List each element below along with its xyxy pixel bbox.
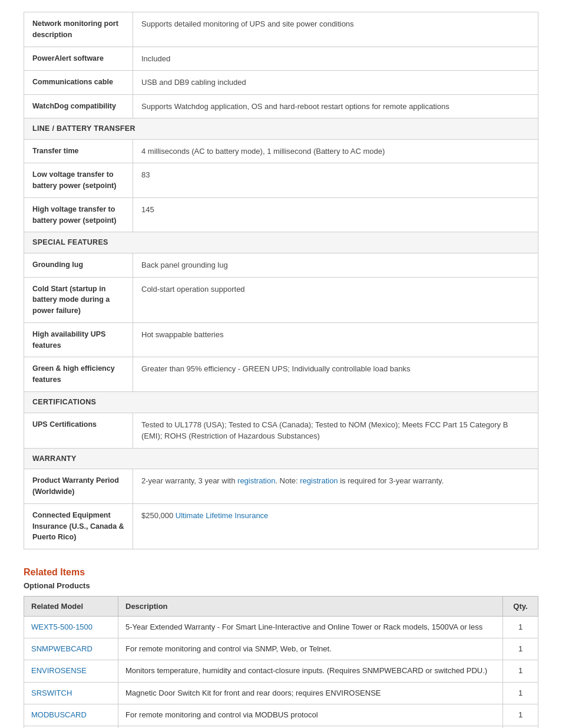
spec-value: USB and DB9 cabling included xyxy=(133,71,538,95)
spec-label: Network monitoring port description xyxy=(24,12,133,47)
spec-row: Connected Equipment Insurance (U.S., Can… xyxy=(24,503,538,549)
spec-row: Network monitoring port descriptionSuppo… xyxy=(24,12,538,47)
spec-label: Cold Start (startup in battery mode duri… xyxy=(24,277,133,322)
related-model-link[interactable]: SNMPWEBCARD xyxy=(31,644,92,653)
related-model-cell[interactable]: WEXT5-500-1500 xyxy=(24,617,118,638)
spec-value[interactable]: 2-year warranty, 3 year with registratio… xyxy=(133,469,538,504)
spec-label: WatchDog compatibility xyxy=(24,94,133,118)
related-table-row: ENVIROSENSEMonitors temperature, humidit… xyxy=(24,660,538,682)
spec-row: PowerAlert softwareIncluded xyxy=(24,47,538,71)
related-qty-cell: 1 xyxy=(503,660,538,682)
related-description-cell: Magnetic Door Switch Kit for front and r… xyxy=(118,682,503,704)
related-table: Related Model Description Qty. WEXT5-500… xyxy=(24,596,538,728)
related-table-row: WEXT5-500-15005-Year Extended Warranty -… xyxy=(24,617,538,638)
related-qty-cell: 1 xyxy=(503,726,538,728)
related-description-cell: Monitors temperature, humidity and conta… xyxy=(118,660,503,682)
related-model-cell[interactable]: ENVIROSENSE xyxy=(24,660,118,682)
qty-header: Qty. xyxy=(503,597,538,617)
spec-row: Product Warranty Period (Worldwide)2-yea… xyxy=(24,469,538,504)
related-qty-cell: 1 xyxy=(503,704,538,726)
spec-row: Green & high efficiency featuresGreater … xyxy=(24,357,538,392)
spec-value: Tested to UL1778 (USA); Tested to CSA (C… xyxy=(133,413,538,448)
spec-value: Supports detailed monitoring of UPS and … xyxy=(133,12,538,47)
spec-section-header: CERTIFICATIONS xyxy=(24,391,538,413)
spec-row: Transfer time4 milliseconds (AC to batte… xyxy=(24,139,538,163)
spec-row: High voltage transfer to battery power (… xyxy=(24,197,538,232)
spec-label: Grounding lug xyxy=(24,253,133,278)
related-model-header: Related Model xyxy=(24,597,118,617)
spec-row: Communications cableUSB and DB9 cabling … xyxy=(24,71,538,95)
related-table-header-row: Related Model Description Qty. xyxy=(24,597,538,617)
spec-row: WatchDog compatibilitySupports Watchdog … xyxy=(24,94,538,118)
related-items-section: Related Items Optional Products Related … xyxy=(24,567,538,728)
spec-label: Low voltage transfer to battery power (s… xyxy=(24,163,133,198)
related-model-cell[interactable]: SNMPWEBCARD xyxy=(24,638,118,660)
optional-products-label: Optional Products xyxy=(24,581,538,590)
related-qty-cell: 1 xyxy=(503,682,538,704)
spec-row: High availability UPS featuresHot swappa… xyxy=(24,322,538,357)
description-header: Description xyxy=(118,597,503,617)
related-model-link[interactable]: ENVIROSENSE xyxy=(31,666,87,675)
spec-row: UPS CertificationsTested to UL1778 (USA)… xyxy=(24,413,538,448)
spec-value: Greater than 95% efficiency - GREEN UPS;… xyxy=(133,357,538,392)
spec-value: 4 milliseconds (AC to battery mode), 1 m… xyxy=(133,139,538,163)
spec-label: High availability UPS features xyxy=(24,322,133,357)
spec-value: 83 xyxy=(133,163,538,198)
related-model-cell[interactable]: MODBUSCARD xyxy=(24,704,118,726)
spec-value: Supports Watchdog application, OS and ha… xyxy=(133,94,538,118)
related-model-link[interactable]: MODBUSCARD xyxy=(31,710,87,719)
related-description-cell: For remote monitoring and control via MO… xyxy=(118,704,503,726)
related-qty-cell: 1 xyxy=(503,617,538,638)
spec-label: PowerAlert software xyxy=(24,47,133,71)
spec-table: Network monitoring port descriptionSuppo… xyxy=(24,12,538,549)
spec-section-header: WARRANTY xyxy=(24,448,538,469)
related-model-cell[interactable]: 2-9USTAND xyxy=(24,726,118,728)
related-table-row: 2-9USTANDEnables Tower Placement of Rack… xyxy=(24,726,538,728)
related-description-cell: 5-Year Extended Warranty - For Smart Lin… xyxy=(118,617,503,638)
spec-row: Cold Start (startup in battery mode duri… xyxy=(24,277,538,322)
related-description-cell: For remote monitoring and control via SN… xyxy=(118,638,503,660)
spec-value: Hot swappable batteries xyxy=(133,322,538,357)
related-model-link[interactable]: WEXT5-500-1500 xyxy=(31,622,92,631)
related-description-cell: Enables Tower Placement of Rackmount UPS… xyxy=(118,726,503,728)
spec-value: Back panel grounding lug xyxy=(133,253,538,278)
related-table-row: SNMPWEBCARDFor remote monitoring and con… xyxy=(24,638,538,660)
spec-label: Connected Equipment Insurance (U.S., Can… xyxy=(24,503,133,549)
related-qty-cell: 1 xyxy=(503,638,538,660)
spec-label: Product Warranty Period (Worldwide) xyxy=(24,469,133,504)
spec-row: Grounding lugBack panel grounding lug xyxy=(24,253,538,278)
spec-section-header: SPECIAL FEATURES xyxy=(24,232,538,253)
spec-label: Communications cable xyxy=(24,71,133,95)
spec-label: Green & high efficiency features xyxy=(24,357,133,392)
spec-label: Transfer time xyxy=(24,139,133,163)
related-model-link[interactable]: SRSWITCH xyxy=(31,689,72,697)
spec-value: Included xyxy=(133,47,538,71)
spec-section-header: LINE / BATTERY TRANSFER xyxy=(24,118,538,140)
spec-row: Low voltage transfer to battery power (s… xyxy=(24,163,538,198)
spec-value: Cold-start operation supported xyxy=(133,277,538,322)
spec-value: 145 xyxy=(133,197,538,232)
related-model-cell[interactable]: SRSWITCH xyxy=(24,682,118,704)
related-table-row: MODBUSCARDFor remote monitoring and cont… xyxy=(24,704,538,726)
related-items-title: Related Items xyxy=(24,567,538,578)
spec-label: UPS Certifications xyxy=(24,413,133,448)
spec-label: High voltage transfer to battery power (… xyxy=(24,197,133,232)
spec-value[interactable]: $250,000 Ultimate Lifetime Insurance xyxy=(133,503,538,549)
related-table-row: SRSWITCHMagnetic Door Switch Kit for fro… xyxy=(24,682,538,704)
